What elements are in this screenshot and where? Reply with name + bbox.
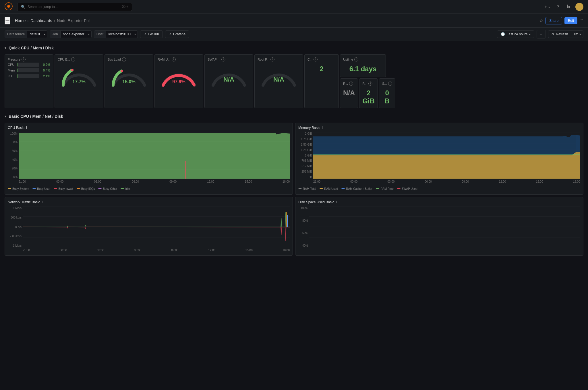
disk-basic-panel: Disk Space Used Basic i 100% 80% 60% 40%	[295, 197, 583, 256]
refresh-group: ↻ Refresh 1m ▾	[548, 30, 583, 38]
r2-info-icon[interactable]: i	[368, 82, 372, 86]
legend-busy-iowait: Busy Iowait	[54, 187, 73, 190]
r1-info-icon[interactable]: i	[349, 82, 353, 86]
search-icon: 🔍	[21, 5, 25, 9]
sys-load-gauge: 15.0%	[108, 63, 150, 88]
external-link-icon-2: ↗	[169, 32, 171, 36]
pressure-panel: Pressure i CPU 0.9% Mem 0.4%	[5, 54, 53, 108]
ram-used-gauge: 97.9%	[158, 63, 200, 88]
memory-chart-plot: 21:00 00:00 03:00 06:00 09:00 12:00 15:0…	[313, 132, 580, 184]
root-fs-gauge-svg: N/A	[259, 64, 299, 87]
user-avatar[interactable]	[575, 3, 583, 11]
root-fs-title: Root F... i	[258, 57, 300, 61]
svg-text:N/A: N/A	[273, 76, 284, 83]
search-bar[interactable]: 🔍 Search or jump to... ⌘+k	[17, 3, 132, 11]
ram-used-info-icon[interactable]: i	[172, 57, 176, 61]
network-basic-title: Network Traffic Basic i	[8, 200, 290, 204]
uptime-panel: Uptime i 6.1 days	[340, 54, 386, 77]
swap-panel: SWAP ... i N/A	[204, 54, 253, 108]
quick-section-header[interactable]: ▾ Quick CPU / Mem / Disk	[5, 45, 583, 51]
legend-ram-total: RAM Total	[298, 187, 316, 190]
svg-point-5	[71, 69, 74, 71]
cpu-busy-panel: CPU B... i 17.7%	[55, 54, 103, 108]
zoom-out-button[interactable]: －	[537, 30, 546, 38]
chevron-down-icon: ▾	[529, 33, 531, 36]
legend-swap-used: SWAP Used	[397, 187, 417, 190]
toolbar: Datasource default Job node-exporter Hos…	[0, 28, 588, 41]
pressure-bar-io	[18, 74, 18, 78]
cpu-chart-svg	[19, 132, 290, 179]
r2-panel: R... i 2 GiB	[359, 78, 378, 108]
legend-ram-free: RAM Free	[376, 187, 394, 190]
disk-chart-plot	[309, 206, 580, 252]
sys-load-gauge-svg: 15.0%	[109, 64, 149, 87]
legend-busy-irqs: Busy IRQs	[77, 187, 95, 190]
host-select-wrap: localhost:9100	[106, 31, 138, 38]
s1-value: 0 B	[382, 89, 392, 105]
job-group: Job node-exporter	[50, 30, 91, 38]
help-button[interactable]: ?	[554, 3, 562, 11]
add-button[interactable]: + ▾	[542, 3, 552, 11]
menu-toggle[interactable]: ☰	[5, 17, 10, 24]
cpu-basic-info-icon[interactable]: i	[26, 126, 27, 130]
pressure-row-io: I/O 2.1%	[8, 74, 50, 78]
job-select-wrap: node-exporter	[61, 31, 91, 38]
cpu-basic-chart-area: 100% 80% 60% 40% 20% 0%	[8, 132, 290, 184]
root-fs-info-icon[interactable]: i	[270, 57, 274, 61]
r2-value: 2 GiB	[362, 89, 375, 105]
host-group: Host localhost:9100	[94, 30, 138, 38]
swap-info-icon[interactable]: i	[221, 57, 225, 61]
uptime-info-icon[interactable]: i	[354, 57, 358, 61]
toolbar-right: 🕐 Last 24 hours ▾ － ↻ Refresh 1m ▾	[497, 30, 583, 38]
grafana-button[interactable]: ↗ Grafana	[165, 30, 189, 38]
sys-load-title: Sys Load i	[108, 57, 150, 61]
cpu-y-axis: 100% 80% 60% 40% 20% 0%	[8, 132, 19, 184]
disk-chart-area: 100% 80% 60% 40%	[298, 206, 580, 252]
refresh-button[interactable]: ↻ Refresh	[548, 30, 571, 38]
github-button[interactable]: ↗ GitHub	[140, 30, 163, 38]
cpu-busy-gauge-svg: 17.7%	[59, 64, 99, 87]
pressure-bar-cpu	[18, 63, 18, 67]
feed-button[interactable]	[564, 3, 573, 11]
breadcrumb-home[interactable]: Home	[15, 18, 26, 23]
network-basic-panel: Network Traffic Basic i 1 Mb/s 500 kb/s …	[5, 197, 293, 256]
cpu-busy-info-icon[interactable]: i	[71, 57, 75, 61]
cpu-cores-info-icon[interactable]: i	[314, 57, 318, 61]
legend-busy-other: Busy Other	[98, 187, 117, 190]
collapse-button[interactable]: ⌃	[580, 18, 583, 23]
pressure-row-cpu: CPU 0.9%	[8, 63, 50, 67]
disk-basic-info-icon[interactable]: i	[336, 200, 337, 204]
datasource-select[interactable]: default	[27, 31, 47, 38]
share-button[interactable]: Share	[546, 17, 562, 24]
s1-info-icon[interactable]: i	[388, 82, 392, 86]
time-range-button[interactable]: 🕐 Last 24 hours ▾	[497, 30, 535, 38]
host-select[interactable]: localhost:9100	[106, 31, 138, 38]
basic-section-header[interactable]: ▾ Basic CPU / Mem / Net / Disk	[5, 113, 583, 120]
datasource-label: Datasource	[5, 31, 27, 38]
chevron-down-icon-2: ▾	[579, 33, 581, 36]
memory-basic-panel: Memory Basic i 2 GiB 1.75 GiB 1.50 GiB 1…	[295, 123, 583, 195]
clock-icon: 🕐	[501, 32, 505, 36]
small-panels-row: R... i N/A R... i 2 GiB S... i	[340, 78, 386, 108]
s1-title: S... i	[382, 82, 392, 86]
refresh-interval-button[interactable]: 1m ▾	[571, 30, 583, 38]
job-select[interactable]: node-exporter	[61, 31, 91, 38]
edit-button[interactable]: Edit	[564, 17, 577, 24]
root-fs-gauge: N/A	[258, 63, 300, 88]
breadcrumb: Home › Dashboards › Node Exporter Full	[15, 18, 90, 23]
pressure-rows: CPU 0.9% Mem 0.4% I/O	[8, 63, 50, 78]
basic-charts-row1: CPU Basic i 100% 80% 60% 40% 20% 0%	[5, 123, 583, 195]
breadcrumb-dashboards[interactable]: Dashboards	[30, 18, 52, 23]
memory-chart-area: 2 GiB 1.75 GiB 1.50 GiB 1.25 GiB 1 GiB 7…	[298, 132, 580, 184]
pressure-info-icon[interactable]: i	[22, 57, 26, 61]
swap-gauge-svg: N/A	[209, 64, 249, 87]
memory-basic-info-icon[interactable]: i	[322, 126, 323, 130]
favorite-button[interactable]: ☆	[539, 18, 543, 23]
legend-busy-system: Busy System	[8, 187, 29, 190]
job-label: Job	[50, 31, 60, 38]
sys-load-info-icon[interactable]: i	[122, 57, 126, 61]
network-basic-info-icon[interactable]: i	[42, 200, 42, 204]
cpu-cores-panel: C... i 2	[304, 54, 339, 108]
grafana-logo[interactable]	[5, 2, 14, 11]
memory-chart-svg	[313, 132, 580, 179]
